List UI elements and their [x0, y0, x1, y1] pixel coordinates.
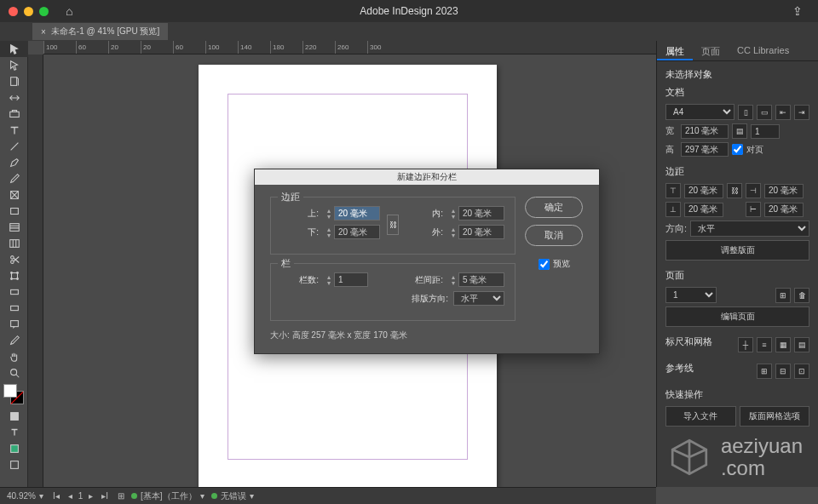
hand-tool[interactable] [0, 348, 28, 364]
guides-icon-2[interactable]: ⊟ [775, 364, 791, 379]
import-file-button[interactable]: 导入文件 [665, 406, 736, 427]
width-input[interactable] [681, 124, 729, 139]
adjust-layout-button[interactable]: 调整版面 [665, 240, 809, 261]
height-input[interactable] [681, 142, 729, 157]
pages-count-input[interactable] [751, 124, 780, 139]
gradient-swatch-tool[interactable] [0, 284, 28, 300]
format-container-icon[interactable] [0, 408, 28, 424]
tab-properties[interactable]: 属性 [657, 41, 693, 60]
stepper-icon[interactable]: ▴▾ [448, 208, 458, 220]
free-transform-tool[interactable] [0, 267, 28, 284]
margin-bottom-field[interactable] [334, 225, 380, 239]
note-tool[interactable] [0, 316, 28, 332]
edit-pages-button[interactable]: 编辑页面 [665, 306, 809, 327]
type-tool[interactable] [0, 122, 28, 138]
guides-icon-3[interactable]: ⊡ [794, 364, 809, 379]
baseline-grid-icon[interactable]: ≡ [757, 337, 772, 352]
line-tool[interactable] [0, 138, 28, 154]
binding-rtl-icon[interactable]: ⇥ [794, 105, 809, 120]
margin-inside-input[interactable] [764, 184, 804, 198]
link-margins-icon[interactable]: ⛓ [727, 183, 742, 198]
stepper-icon[interactable]: ▴▾ [324, 208, 334, 220]
guides-icon-1[interactable]: ⊞ [757, 364, 772, 379]
margin-outside-field[interactable] [458, 225, 504, 239]
titlebar: ⌂ Adobe InDesign 2023 ⇪ [0, 0, 818, 22]
rectangle-tool[interactable] [0, 203, 28, 219]
current-page[interactable]: 1 [78, 491, 84, 501]
orientation-select[interactable]: 水平 [690, 220, 809, 237]
column-count-field[interactable] [334, 272, 368, 287]
close-window-icon[interactable] [9, 7, 18, 16]
preview-checkbox[interactable]: 预览 [539, 258, 570, 270]
ok-button[interactable]: 确定 [525, 197, 583, 218]
pen-tool[interactable] [0, 154, 28, 170]
preflight-status[interactable]: 无错误 [221, 490, 246, 502]
rectangle-frame-tool[interactable] [0, 186, 28, 203]
direct-selection-tool[interactable] [0, 57, 28, 73]
content-collector-tool[interactable] [0, 106, 28, 122]
document-grid-icon[interactable]: ▦ [775, 337, 791, 352]
gap-tool[interactable] [0, 89, 28, 106]
orientation-landscape-icon[interactable]: ▭ [757, 105, 772, 120]
margin-top-input[interactable] [684, 184, 723, 198]
svg-rect-18 [10, 444, 18, 452]
eyedropper-tool[interactable] [0, 332, 28, 348]
last-page-icon[interactable]: ▸I [99, 491, 111, 501]
tools-panel [0, 41, 28, 487]
stepper-icon[interactable]: ▴▾ [448, 274, 458, 286]
gutter-field[interactable] [458, 272, 504, 287]
delete-page-icon[interactable]: 🗑 [794, 288, 809, 303]
cancel-button[interactable]: 取消 [525, 225, 583, 246]
zoom-tool[interactable] [0, 364, 28, 381]
stepper-icon[interactable]: ▴▾ [448, 226, 458, 238]
grid-options-button[interactable]: 版面网格选项 [740, 406, 810, 427]
close-tab-icon[interactable]: × [41, 27, 46, 37]
margin-bottom-input[interactable] [684, 203, 723, 217]
selection-tool[interactable] [0, 41, 28, 57]
tab-cc-libraries[interactable]: CC Libraries [729, 41, 798, 60]
page-tool[interactable] [0, 73, 28, 89]
fill-stroke-swatch[interactable] [3, 384, 24, 404]
margin-bottom-label: 下: [281, 226, 319, 238]
panel-tabs: 属性 页面 CC Libraries [657, 41, 818, 61]
facing-pages-checkbox[interactable]: 对页 [732, 144, 763, 156]
margin-inside-field[interactable] [458, 206, 504, 220]
prev-page-icon[interactable]: ◂ [66, 491, 75, 501]
orientation-portrait-icon[interactable]: ▯ [738, 105, 753, 120]
minimize-window-icon[interactable] [24, 7, 33, 16]
margin-top-field[interactable] [334, 206, 380, 220]
page-select[interactable]: 1 [665, 287, 717, 303]
pencil-tool[interactable] [0, 170, 28, 186]
vertical-grid-tool[interactable] [0, 235, 28, 251]
first-page-icon[interactable]: I◂ [50, 491, 62, 501]
writing-direction-select[interactable]: 水平 [453, 291, 504, 306]
maximize-window-icon[interactable] [39, 7, 49, 16]
margin-outside-input[interactable] [764, 203, 804, 217]
next-page-icon[interactable]: ▸ [86, 491, 95, 501]
view-mode-icon[interactable] [0, 456, 28, 472]
scissors-tool[interactable] [0, 251, 28, 267]
zoom-level[interactable]: 40.92% [7, 491, 36, 501]
home-icon[interactable]: ⌂ [66, 4, 72, 18]
horizontal-grid-tool[interactable] [0, 219, 28, 235]
apply-color-icon[interactable] [0, 440, 28, 456]
preflight-dropdown-icon[interactable]: ▾ [250, 491, 254, 501]
layout-grid-icon[interactable]: ▤ [794, 337, 809, 352]
zoom-dropdown-icon[interactable]: ▾ [39, 491, 43, 501]
stepper-icon[interactable]: ▴▾ [324, 226, 334, 238]
page-preset-select[interactable]: A4 [665, 104, 734, 120]
gradient-feather-tool[interactable] [0, 300, 28, 316]
document-tab[interactable]: × 未命名-1 @ 41% [GPU 预览] [32, 23, 168, 40]
workspace-label[interactable]: [基本]（工作） [141, 490, 197, 502]
format-text-icon[interactable] [0, 424, 28, 440]
ruler-icon[interactable]: ┼ [738, 337, 753, 352]
preflight-dot-icon [211, 493, 217, 499]
binding-ltr-icon[interactable]: ⇤ [775, 105, 791, 120]
tab-pages[interactable]: 页面 [693, 41, 729, 60]
open-panel-icon[interactable]: ⊞ [118, 491, 124, 501]
stepper-icon[interactable]: ▴▾ [324, 274, 334, 286]
share-icon[interactable]: ⇪ [792, 4, 803, 18]
new-page-icon[interactable]: ⊞ [775, 288, 791, 303]
link-margins-toggle[interactable]: ⛓ [387, 215, 399, 235]
workspace-dropdown-icon[interactable]: ▾ [200, 491, 204, 501]
